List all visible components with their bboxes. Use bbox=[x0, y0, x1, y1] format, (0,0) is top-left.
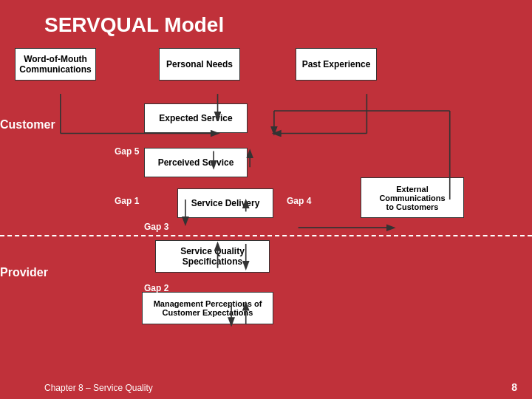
gap2-label: Gap 2 bbox=[144, 283, 168, 293]
external-communications-box: ExternalCommunicationsto Customers bbox=[361, 177, 464, 218]
footer-text: Chapter 8 – Service Quality bbox=[44, 383, 153, 393]
gap5-label: Gap 5 bbox=[115, 146, 139, 157]
slide: SERVQUAL Model Customer Provider Word-of… bbox=[0, 0, 532, 399]
management-perceptions-box: Management Perceptions ofCustomer Expect… bbox=[142, 292, 273, 324]
section-divider bbox=[0, 235, 532, 236]
customer-label: Customer bbox=[0, 118, 55, 132]
service-quality-specs-box: Service QualitySpecifications bbox=[155, 240, 270, 273]
wom-box: Word-of-MouthCommunications bbox=[15, 48, 96, 81]
personal-needs-box: Personal Needs bbox=[159, 48, 240, 81]
provider-label: Provider bbox=[0, 266, 48, 279]
expected-service-box: Expected Service bbox=[144, 103, 248, 133]
service-delivery-box: Service Delivery bbox=[177, 188, 273, 218]
gap4-label: Gap 4 bbox=[287, 196, 311, 206]
past-experience-box: Past Experience bbox=[296, 48, 377, 81]
perceived-service-box: Perceived Service bbox=[144, 148, 248, 177]
gap1-label: Gap 1 bbox=[115, 196, 139, 206]
gap3-label: Gap 3 bbox=[144, 222, 168, 232]
page-number: 8 bbox=[511, 381, 517, 393]
slide-title: SERVQUAL Model bbox=[44, 13, 224, 37]
